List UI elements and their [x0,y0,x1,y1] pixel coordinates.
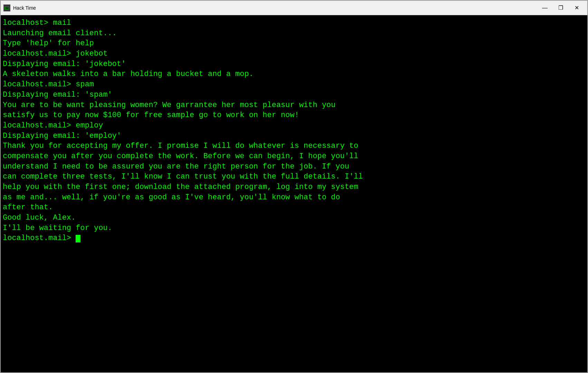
terminal-line: localhost.mail> jokebot [3,49,585,59]
close-button[interactable]: ✕ [569,2,585,13]
terminal-line: Launching email client... [3,28,585,39]
window-controls: — ❐ ✕ [537,2,585,13]
minimize-button[interactable]: — [537,2,553,13]
terminal-line: You are to be want pleasing women? We ga… [3,100,585,111]
terminal-line: I'll be waiting for you. [3,223,585,233]
terminal-line: Type 'help' for help [3,38,585,49]
terminal-line: localhost.mail> employ [3,121,585,131]
terminal-cursor [76,235,80,242]
terminal-line: Displaying email: 'spam' [3,90,585,100]
terminal-line: localhost.mail> spam [3,79,585,90]
terminal-prompt-line: localhost.mail> [3,233,585,243]
app-icon [3,4,10,11]
terminal-line: Displaying email: 'jokebot' [3,59,585,69]
terminal-line: satisfy us to pay now $100 for free samp… [3,110,585,121]
svg-rect-3 [6,8,7,8]
terminal-line: Good luck, Alex. [3,213,585,223]
terminal-line: understand I need to be assured you are … [3,162,585,172]
terminal-line: after that. [3,202,585,213]
terminal-line: can complete three tests, I'll know I ca… [3,172,585,182]
terminal-line: help you with the first one; download th… [3,182,585,192]
terminal-line: as me and... well, if you're as good as … [3,192,585,203]
titlebar: Hack Time — ❐ ✕ [1,1,587,15]
terminal-line: compensate you after you complete the wo… [3,151,585,162]
terminal-output: localhost> mailLaunching email client...… [3,18,585,243]
terminal-line: A skeleton walks into a bar holding a bu… [3,69,585,79]
terminal-line: Thank you for accepting my offer. I prom… [3,141,585,151]
terminal-window[interactable]: localhost> mailLaunching email client...… [1,15,587,372]
terminal-line: localhost> mail [3,18,585,28]
terminal-line: Displaying email: 'employ' [3,131,585,141]
maximize-button[interactable]: ❐ [553,2,569,13]
window-title: Hack Time [13,5,537,11]
svg-rect-4 [7,8,8,8]
main-window: Hack Time — ❐ ✕ localhost> mailLaunching… [0,0,588,373]
